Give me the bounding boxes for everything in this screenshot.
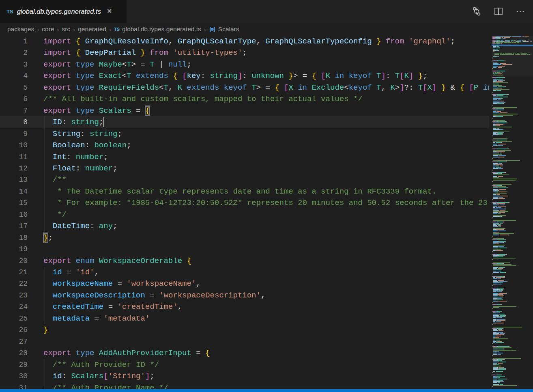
code-line[interactable]: 17 DateTime: any; — [0, 220, 489, 232]
minimap-line — [492, 145, 503, 146]
minimap-line — [492, 114, 518, 114]
line-number[interactable]: 7 — [0, 105, 28, 116]
breadcrumb-item-scalars[interactable]: Scalars — [209, 26, 239, 33]
code-text: * The DateTime scalar type represents da… — [43, 186, 436, 197]
code-line[interactable]: 31 /** Auth Provider Name */ — [0, 382, 489, 390]
line-number[interactable]: 17 — [0, 220, 28, 232]
code-line[interactable]: 3export type Maybe<T> = T | null; — [0, 59, 489, 70]
line-number[interactable]: 19 — [0, 243, 28, 255]
code-line[interactable]: 7export type Scalars = { — [0, 105, 489, 116]
line-number[interactable]: 12 — [0, 163, 28, 174]
breadcrumb-item-core[interactable]: core — [42, 26, 54, 33]
breadcrumb-item-generated[interactable]: generated — [78, 26, 106, 33]
line-number[interactable]: 14 — [0, 186, 28, 197]
line-number[interactable]: 28 — [0, 347, 28, 359]
code-line[interactable]: 30 id: Scalars['String']; — [0, 370, 489, 382]
code-line[interactable]: 23 workspaceDescription = 'workspaceDesc… — [0, 290, 489, 301]
tab-global-db-types[interactable]: TS global.db.types.generated.ts ✕ — [0, 0, 127, 23]
line-number[interactable]: 30 — [0, 370, 28, 382]
line-number[interactable]: 18 — [0, 232, 28, 243]
code-line[interactable]: 4export type Exact<T extends { [key: str… — [0, 70, 489, 82]
minimap-line — [492, 194, 500, 195]
line-number[interactable]: 20 — [0, 255, 28, 267]
code-line[interactable]: 14 * The DateTime scalar type represents… — [0, 186, 489, 197]
code-line[interactable]: 2import { DeepPartial } from 'utility-ty… — [0, 47, 489, 58]
close-icon[interactable]: ✕ — [107, 8, 112, 15]
more-actions-icon[interactable]: ⋯ — [515, 6, 526, 17]
line-number[interactable]: 16 — [0, 209, 28, 220]
code-line[interactable]: 16 */ — [0, 209, 489, 220]
code-line[interactable]: 27 — [0, 336, 489, 347]
code-line[interactable]: 24 createdTime = 'createdTime', — [0, 301, 489, 312]
line-number[interactable]: 2 — [0, 47, 28, 58]
line-number[interactable]: 3 — [0, 59, 28, 70]
minimap-line — [492, 232, 499, 233]
minimap-line — [492, 132, 504, 133]
code-line[interactable]: 12 Float: number; — [0, 163, 489, 174]
open-changes-icon[interactable] — [471, 6, 482, 17]
code-line[interactable]: 22 workspaceName = 'workspaceName', — [0, 278, 489, 289]
minimap-line — [492, 251, 493, 252]
code-line[interactable]: 9 String: string; — [0, 128, 489, 140]
code-line[interactable]: 18}; — [0, 232, 489, 243]
line-number[interactable]: 13 — [0, 174, 28, 185]
code-line[interactable]: 21 id = 'id', — [0, 267, 489, 278]
line-number[interactable]: 29 — [0, 359, 28, 370]
code-line[interactable]: 25 metadata = 'metadata' — [0, 313, 489, 324]
minimap-line — [492, 351, 499, 352]
code-line[interactable]: 11 Int: number; — [0, 151, 489, 163]
ts-file-icon: TS — [6, 9, 13, 15]
minimap-line — [492, 317, 502, 318]
line-number[interactable]: 9 — [0, 128, 28, 140]
line-number[interactable]: 23 — [0, 290, 28, 301]
code-line[interactable]: 28export type AddAuthProviderInput = { — [0, 347, 489, 359]
code-line[interactable]: 29 /** Auth Provider ID */ — [0, 359, 489, 370]
line-number[interactable]: 21 — [0, 267, 28, 278]
code-line[interactable]: 26} — [0, 324, 489, 336]
line-number[interactable]: 25 — [0, 313, 28, 324]
line-number[interactable]: 22 — [0, 278, 28, 289]
code-line[interactable]: 20export enum WorkspaceOrderable { — [0, 255, 489, 267]
breadcrumb-item-src[interactable]: src — [62, 26, 71, 33]
line-number[interactable]: 8 — [0, 116, 28, 128]
code-line[interactable]: 5export type RequireFields<T, K extends … — [0, 82, 489, 93]
line-number[interactable]: 5 — [0, 82, 28, 93]
line-number[interactable]: 10 — [0, 140, 28, 151]
line-number[interactable]: 24 — [0, 301, 28, 312]
code-editor[interactable]: 1import { GraphQLResolveInfo, GraphQLSca… — [0, 36, 489, 389]
code-line[interactable]: 15 * For example: "1985-04-12T23:20:50.5… — [0, 197, 489, 209]
line-number[interactable]: 31 — [0, 382, 28, 390]
minimap-line — [492, 268, 503, 269]
minimap-line — [492, 359, 505, 360]
line-number[interactable]: 4 — [0, 70, 28, 82]
minimap-line — [492, 149, 509, 149]
line-number[interactable]: 27 — [0, 336, 28, 347]
minimap-line — [492, 192, 507, 192]
code-line[interactable]: 8 ID: string; — [0, 116, 489, 128]
minimap-line — [492, 155, 506, 156]
code-line[interactable]: 10 Boolean: boolean; — [0, 140, 489, 151]
code-line[interactable]: 1import { GraphQLResolveInfo, GraphQLSca… — [0, 36, 489, 47]
minimap-line — [492, 193, 507, 194]
split-editor-icon[interactable] — [493, 6, 504, 17]
minimap[interactable] — [492, 36, 533, 389]
code-line[interactable]: 6/** All built-in and custom scalars, ma… — [0, 93, 489, 105]
breadcrumb-item-global-db-types-generated-ts[interactable]: TSglobal.db.types.generated.ts — [114, 26, 201, 33]
line-number[interactable]: 1 — [0, 36, 28, 47]
minimap-line — [492, 258, 516, 258]
minimap-slider[interactable] — [492, 36, 533, 76]
code-line[interactable]: 19 — [0, 243, 489, 255]
line-number[interactable]: 11 — [0, 151, 28, 163]
line-number[interactable]: 26 — [0, 324, 28, 336]
breadcrumb-item-packages[interactable]: packages — [7, 26, 34, 33]
minimap-line — [492, 190, 499, 191]
minimap-line — [492, 236, 493, 237]
ts-file-icon: TS — [114, 27, 120, 32]
minimap-line — [492, 265, 516, 266]
minimap-line — [492, 368, 506, 369]
minimap-line — [492, 242, 504, 243]
code-line[interactable]: 13 /** — [0, 174, 489, 185]
minimap-line — [492, 337, 499, 338]
line-number[interactable]: 6 — [0, 93, 28, 105]
line-number[interactable]: 15 — [0, 197, 28, 209]
